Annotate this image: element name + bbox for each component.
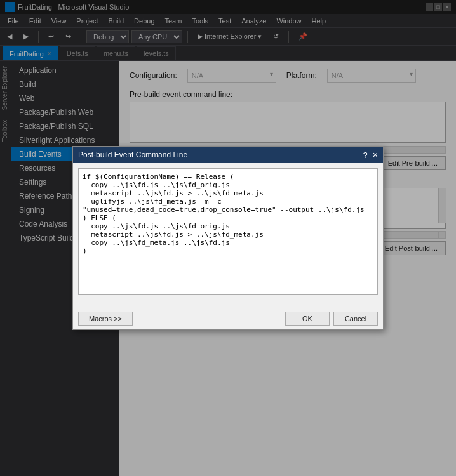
cancel-button[interactable]: Cancel xyxy=(333,312,378,326)
modal-help-button[interactable]: ? xyxy=(363,150,368,160)
modal-textarea-wrap: if $(ConfigurationName) == Release ( cop… xyxy=(78,168,378,303)
ok-button[interactable]: OK xyxy=(285,312,330,326)
modal-body: if $(ConfigurationName) == Release ( cop… xyxy=(73,163,383,308)
modal-footer: Macros >> OK Cancel xyxy=(73,308,383,329)
modal-footer-left: Macros >> xyxy=(78,312,281,326)
modal-title-text: Post-build Event Command Line xyxy=(78,150,363,159)
modal-command-textarea[interactable]: if $(ConfigurationName) == Release ( cop… xyxy=(78,168,378,295)
macros-button[interactable]: Macros >> xyxy=(78,312,133,326)
postbuild-modal: Post-build Event Command Line ? × if $(C… xyxy=(72,146,384,330)
modal-titlebar: Post-build Event Command Line ? × xyxy=(73,147,383,163)
modal-close-button[interactable]: × xyxy=(373,150,378,160)
modal-overlay: Post-build Event Command Line ? × if $(C… xyxy=(0,0,456,476)
